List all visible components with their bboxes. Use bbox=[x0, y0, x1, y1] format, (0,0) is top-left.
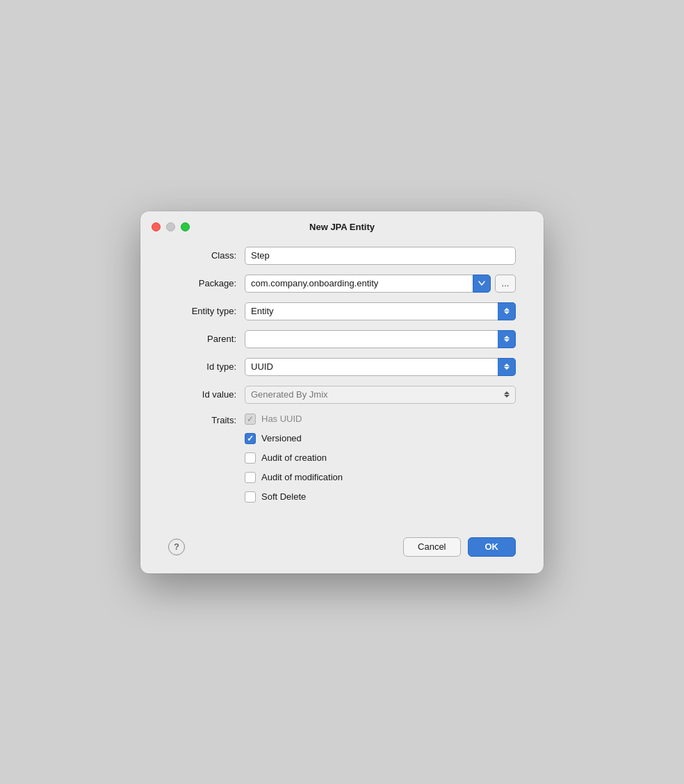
package-dropdown-button[interactable] bbox=[473, 275, 491, 293]
id-type-label: Id type: bbox=[168, 361, 245, 372]
class-input[interactable] bbox=[245, 247, 516, 265]
parent-select-wrapper bbox=[245, 330, 516, 348]
class-row: Class: bbox=[168, 247, 516, 265]
versioned-checkbox[interactable]: ✓ bbox=[245, 433, 256, 444]
id-type-control: UUID Long Integer String bbox=[245, 358, 516, 376]
class-label: Class: bbox=[168, 250, 245, 261]
entity-type-select[interactable]: Entity Mapped Superclass Embeddable bbox=[245, 302, 516, 320]
has-uuid-row: ✓ Has UUID bbox=[245, 414, 343, 425]
parent-select[interactable] bbox=[245, 330, 516, 348]
entity-type-select-wrapper: Entity Mapped Superclass Embeddable bbox=[245, 302, 516, 320]
ok-button[interactable]: OK bbox=[468, 537, 516, 557]
checkmark-icon: ✓ bbox=[247, 414, 254, 424]
traits-checkboxes: ✓ Has UUID ✓ Versioned Audit of creation bbox=[245, 414, 343, 503]
maximize-button[interactable] bbox=[181, 222, 190, 231]
class-control bbox=[245, 247, 516, 265]
audit-creation-checkbox[interactable] bbox=[245, 452, 256, 464]
cancel-button[interactable]: Cancel bbox=[403, 537, 460, 557]
soft-delete-label: Soft Delete bbox=[261, 491, 306, 502]
close-button[interactable] bbox=[152, 222, 161, 231]
versioned-label: Versioned bbox=[261, 433, 302, 443]
footer-buttons: Cancel OK bbox=[403, 537, 516, 557]
id-value-input[interactable] bbox=[245, 386, 516, 404]
dialog-body: Class: Package: com.company.onboarding.e… bbox=[140, 240, 544, 529]
package-select-wrapper: com.company.onboarding.entity bbox=[245, 275, 491, 293]
id-value-wrapper bbox=[245, 386, 516, 404]
new-jpa-entity-dialog: New JPA Entity Class: Package: com.compa… bbox=[140, 211, 544, 573]
help-button[interactable]: ? bbox=[168, 539, 185, 555]
entity-type-control: Entity Mapped Superclass Embeddable bbox=[245, 302, 516, 320]
dialog-footer: ? Cancel OK bbox=[140, 529, 544, 573]
has-uuid-label: Has UUID bbox=[261, 414, 302, 424]
package-value-text: com.company.onboarding.entity bbox=[245, 275, 473, 293]
audit-creation-row: Audit of creation bbox=[245, 452, 343, 464]
chevron-down-icon bbox=[478, 281, 485, 286]
traits-section: Traits: ✓ Has UUID ✓ Versioned bbox=[168, 414, 516, 503]
audit-creation-label: Audit of creation bbox=[261, 452, 327, 463]
id-value-label: Id value: bbox=[168, 389, 245, 400]
parent-label: Parent: bbox=[168, 334, 245, 344]
checkmark-icon: ✓ bbox=[247, 434, 254, 443]
has-uuid-checkbox: ✓ bbox=[245, 414, 256, 425]
entity-type-label: Entity type: bbox=[168, 306, 245, 316]
audit-modification-row: Audit of modification bbox=[245, 472, 343, 483]
id-value-control bbox=[245, 386, 516, 404]
parent-row: Parent: bbox=[168, 330, 516, 348]
audit-modification-label: Audit of modification bbox=[261, 472, 343, 482]
package-control: com.company.onboarding.entity ... bbox=[245, 275, 516, 293]
parent-control bbox=[245, 330, 516, 348]
soft-delete-row: Soft Delete bbox=[245, 491, 343, 503]
soft-delete-checkbox[interactable] bbox=[245, 491, 256, 503]
title-bar: New JPA Entity bbox=[140, 211, 544, 240]
traffic-lights bbox=[152, 222, 190, 231]
audit-modification-checkbox[interactable] bbox=[245, 472, 256, 483]
dialog-title: New JPA Entity bbox=[309, 222, 375, 232]
id-type-select[interactable]: UUID Long Integer String bbox=[245, 358, 516, 376]
package-label: Package: bbox=[168, 278, 245, 288]
traits-label: Traits: bbox=[168, 414, 245, 503]
entity-type-row: Entity type: Entity Mapped Superclass Em… bbox=[168, 302, 516, 320]
minimize-button[interactable] bbox=[166, 222, 175, 231]
versioned-row: ✓ Versioned bbox=[245, 433, 343, 444]
id-type-row: Id type: UUID Long Integer String bbox=[168, 358, 516, 376]
browse-button[interactable]: ... bbox=[495, 275, 516, 293]
id-value-row: Id value: bbox=[168, 386, 516, 404]
package-row: Package: com.company.onboarding.entity .… bbox=[168, 275, 516, 293]
id-type-select-wrapper: UUID Long Integer String bbox=[245, 358, 516, 376]
